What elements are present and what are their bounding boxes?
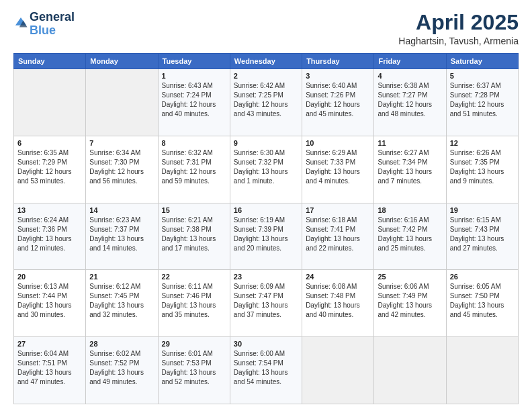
day-number: 6 bbox=[17, 139, 82, 147]
day-info: Sunrise: 6:01 AMSunset: 7:53 PMDaylight:… bbox=[162, 349, 226, 387]
logo-text: General Blue bbox=[30, 11, 75, 38]
day-info: Sunrise: 6:43 AMSunset: 7:24 PMDaylight:… bbox=[162, 81, 226, 119]
calendar-cell: 8Sunrise: 6:32 AMSunset: 7:31 PMDaylight… bbox=[158, 136, 230, 203]
day-number: 3 bbox=[306, 72, 370, 80]
day-info: Sunrise: 6:18 AMSunset: 7:41 PMDaylight:… bbox=[306, 216, 370, 253]
day-number: 16 bbox=[234, 206, 298, 214]
day-number: 20 bbox=[17, 273, 82, 281]
day-info: Sunrise: 6:42 AMSunset: 7:25 PMDaylight:… bbox=[234, 81, 298, 119]
calendar-cell: 23Sunrise: 6:09 AMSunset: 7:47 PMDayligh… bbox=[230, 270, 302, 337]
day-number: 12 bbox=[450, 139, 515, 147]
day-number: 1 bbox=[162, 72, 226, 80]
day-info: Sunrise: 6:29 AMSunset: 7:33 PMDaylight:… bbox=[306, 148, 370, 186]
day-info: Sunrise: 6:08 AMSunset: 7:48 PMDaylight:… bbox=[306, 282, 370, 320]
calendar-cell: 29Sunrise: 6:01 AMSunset: 7:53 PMDayligh… bbox=[158, 337, 230, 404]
calendar-cell: 21Sunrise: 6:12 AMSunset: 7:45 PMDayligh… bbox=[86, 270, 158, 337]
calendar-cell: 19Sunrise: 6:15 AMSunset: 7:43 PMDayligh… bbox=[446, 203, 518, 270]
day-info: Sunrise: 6:24 AMSunset: 7:36 PMDaylight:… bbox=[17, 216, 82, 253]
calendar-cell: 15Sunrise: 6:21 AMSunset: 7:38 PMDayligh… bbox=[158, 203, 230, 270]
calendar-cell: 9Sunrise: 6:30 AMSunset: 7:32 PMDaylight… bbox=[230, 136, 302, 203]
day-number: 30 bbox=[234, 340, 298, 348]
logo: General Blue bbox=[13, 11, 75, 38]
day-info: Sunrise: 6:30 AMSunset: 7:32 PMDaylight:… bbox=[234, 148, 298, 186]
calendar-cell: 17Sunrise: 6:18 AMSunset: 7:41 PMDayligh… bbox=[302, 203, 374, 270]
calendar-cell bbox=[302, 337, 374, 404]
calendar-cell: 5Sunrise: 6:37 AMSunset: 7:28 PMDaylight… bbox=[446, 69, 518, 136]
day-number: 18 bbox=[378, 206, 442, 214]
weekday-header-wednesday: Wednesday bbox=[230, 54, 302, 69]
day-info: Sunrise: 6:11 AMSunset: 7:46 PMDaylight:… bbox=[162, 282, 226, 320]
day-info: Sunrise: 6:02 AMSunset: 7:52 PMDaylight:… bbox=[89, 349, 154, 387]
day-number: 23 bbox=[234, 273, 298, 281]
weekday-header-row: SundayMondayTuesdayWednesdayThursdayFrid… bbox=[14, 54, 519, 69]
weekday-header-monday: Monday bbox=[86, 54, 158, 69]
day-number: 9 bbox=[234, 139, 298, 147]
day-number: 13 bbox=[17, 206, 82, 214]
day-number: 10 bbox=[306, 139, 370, 147]
header: General Blue April 2025 Haghartsin, Tavu… bbox=[13, 11, 519, 46]
day-number: 14 bbox=[89, 206, 154, 214]
calendar-table: SundayMondayTuesdayWednesdayThursdayFrid… bbox=[13, 53, 519, 404]
calendar-cell: 26Sunrise: 6:05 AMSunset: 7:50 PMDayligh… bbox=[446, 270, 518, 337]
calendar-cell: 16Sunrise: 6:19 AMSunset: 7:39 PMDayligh… bbox=[230, 203, 302, 270]
day-number: 15 bbox=[162, 206, 226, 214]
month-title: April 2025 bbox=[398, 11, 519, 34]
calendar-cell: 28Sunrise: 6:02 AMSunset: 7:52 PMDayligh… bbox=[86, 337, 158, 404]
calendar-cell: 6Sunrise: 6:35 AMSunset: 7:29 PMDaylight… bbox=[14, 136, 86, 203]
day-info: Sunrise: 6:15 AMSunset: 7:43 PMDaylight:… bbox=[450, 216, 515, 253]
calendar-cell: 20Sunrise: 6:13 AMSunset: 7:44 PMDayligh… bbox=[14, 270, 86, 337]
day-info: Sunrise: 6:37 AMSunset: 7:28 PMDaylight:… bbox=[450, 81, 515, 119]
calendar-cell: 14Sunrise: 6:23 AMSunset: 7:37 PMDayligh… bbox=[86, 203, 158, 270]
calendar-cell: 10Sunrise: 6:29 AMSunset: 7:33 PMDayligh… bbox=[302, 136, 374, 203]
day-info: Sunrise: 6:32 AMSunset: 7:31 PMDaylight:… bbox=[162, 148, 226, 186]
day-number: 21 bbox=[89, 273, 154, 281]
calendar-cell bbox=[86, 69, 158, 136]
day-info: Sunrise: 6:21 AMSunset: 7:38 PMDaylight:… bbox=[162, 216, 226, 253]
calendar-cell: 1Sunrise: 6:43 AMSunset: 7:24 PMDaylight… bbox=[158, 69, 230, 136]
calendar-cell: 22Sunrise: 6:11 AMSunset: 7:46 PMDayligh… bbox=[158, 270, 230, 337]
day-info: Sunrise: 6:26 AMSunset: 7:35 PMDaylight:… bbox=[450, 148, 515, 186]
day-number: 24 bbox=[306, 273, 370, 281]
weekday-header-friday: Friday bbox=[374, 54, 446, 69]
day-number: 11 bbox=[378, 139, 442, 147]
day-number: 22 bbox=[162, 273, 226, 281]
calendar-cell bbox=[446, 337, 518, 404]
day-info: Sunrise: 6:06 AMSunset: 7:49 PMDaylight:… bbox=[378, 282, 442, 320]
calendar-cell: 3Sunrise: 6:40 AMSunset: 7:26 PMDaylight… bbox=[302, 69, 374, 136]
day-number: 5 bbox=[450, 72, 515, 80]
calendar-cell bbox=[14, 69, 86, 136]
day-info: Sunrise: 6:27 AMSunset: 7:34 PMDaylight:… bbox=[378, 148, 442, 186]
calendar-week-row: 27Sunrise: 6:04 AMSunset: 7:51 PMDayligh… bbox=[14, 337, 519, 404]
day-number: 8 bbox=[162, 139, 226, 147]
day-number: 4 bbox=[378, 72, 442, 80]
day-number: 7 bbox=[89, 139, 154, 147]
calendar-cell: 4Sunrise: 6:38 AMSunset: 7:27 PMDaylight… bbox=[374, 69, 446, 136]
day-number: 28 bbox=[89, 340, 154, 348]
calendar-cell bbox=[374, 337, 446, 404]
calendar-cell: 7Sunrise: 6:34 AMSunset: 7:30 PMDaylight… bbox=[86, 136, 158, 203]
day-info: Sunrise: 6:35 AMSunset: 7:29 PMDaylight:… bbox=[17, 148, 82, 186]
location: Haghartsin, Tavush, Armenia bbox=[398, 36, 519, 46]
day-number: 19 bbox=[450, 206, 515, 214]
day-number: 27 bbox=[17, 340, 82, 348]
day-info: Sunrise: 6:05 AMSunset: 7:50 PMDaylight:… bbox=[450, 282, 515, 320]
day-info: Sunrise: 6:00 AMSunset: 7:54 PMDaylight:… bbox=[234, 349, 298, 387]
weekday-header-tuesday: Tuesday bbox=[158, 54, 230, 69]
calendar-cell: 24Sunrise: 6:08 AMSunset: 7:48 PMDayligh… bbox=[302, 270, 374, 337]
calendar-page: General Blue April 2025 Haghartsin, Tavu… bbox=[0, 0, 532, 411]
day-info: Sunrise: 6:40 AMSunset: 7:26 PMDaylight:… bbox=[306, 81, 370, 119]
day-info: Sunrise: 6:12 AMSunset: 7:45 PMDaylight:… bbox=[89, 282, 154, 320]
calendar-cell: 18Sunrise: 6:16 AMSunset: 7:42 PMDayligh… bbox=[374, 203, 446, 270]
day-number: 26 bbox=[450, 273, 515, 281]
weekday-header-thursday: Thursday bbox=[302, 54, 374, 69]
calendar-week-row: 20Sunrise: 6:13 AMSunset: 7:44 PMDayligh… bbox=[14, 270, 519, 337]
day-number: 29 bbox=[162, 340, 226, 348]
logo-icon bbox=[13, 15, 28, 30]
day-number: 25 bbox=[378, 273, 442, 281]
calendar-cell: 25Sunrise: 6:06 AMSunset: 7:49 PMDayligh… bbox=[374, 270, 446, 337]
day-info: Sunrise: 6:13 AMSunset: 7:44 PMDaylight:… bbox=[17, 282, 82, 320]
day-info: Sunrise: 6:23 AMSunset: 7:37 PMDaylight:… bbox=[89, 216, 154, 253]
title-block: April 2025 Haghartsin, Tavush, Armenia bbox=[398, 11, 519, 46]
calendar-cell: 12Sunrise: 6:26 AMSunset: 7:35 PMDayligh… bbox=[446, 136, 518, 203]
calendar-cell: 2Sunrise: 6:42 AMSunset: 7:25 PMDaylight… bbox=[230, 69, 302, 136]
